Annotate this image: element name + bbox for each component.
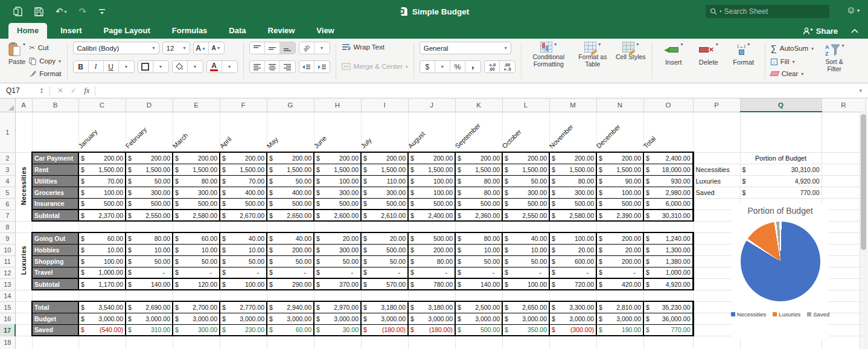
cell-I2[interactable]: $200.00 bbox=[361, 152, 408, 164]
cell-N17[interactable]: $190.00 bbox=[596, 324, 643, 336]
column-header-Q[interactable]: Q bbox=[740, 98, 822, 112]
cell-O5[interactable]: $2,980.00 bbox=[643, 187, 693, 198]
underline-caret[interactable]: ▾ bbox=[119, 61, 134, 72]
cell-O7[interactable]: $30,310.00 bbox=[643, 210, 693, 221]
row-header-18[interactable]: 18 bbox=[0, 336, 15, 349]
cell-F9[interactable]: $40.00 bbox=[220, 232, 267, 244]
cell-L6[interactable]: $500.00 bbox=[502, 198, 549, 210]
save-icon[interactable] bbox=[34, 7, 43, 16]
cell-K13[interactable]: $140.00 bbox=[455, 278, 502, 290]
cell-L7[interactable]: $2,550.00 bbox=[502, 210, 549, 221]
cell-D13[interactable]: $140.00 bbox=[126, 278, 173, 290]
cell-D5[interactable]: $300.00 bbox=[126, 187, 173, 198]
cell-H17[interactable]: $30.00 bbox=[314, 324, 361, 336]
cell-H10[interactable]: $300.00 bbox=[314, 244, 361, 255]
cell-F4[interactable]: $70.00 bbox=[220, 175, 267, 187]
cell-N2[interactable]: $200.00 bbox=[596, 152, 643, 164]
summary-label-necessities[interactable]: Necessities bbox=[693, 164, 740, 175]
row-header-16[interactable]: 16 bbox=[0, 313, 15, 324]
cell-H14[interactable] bbox=[314, 290, 361, 301]
cell-G15[interactable]: $2,940.00 bbox=[267, 301, 314, 313]
cell-G17[interactable]: $60.00 bbox=[267, 324, 314, 336]
paste-caret[interactable]: ▾ bbox=[23, 42, 25, 47]
cell-J1[interactable]: August bbox=[408, 112, 455, 152]
cell-N6[interactable]: $500.00 bbox=[596, 198, 643, 210]
row-header-2[interactable]: 2 bbox=[0, 152, 15, 164]
cell-O2[interactable]: $2,400.00 bbox=[643, 152, 693, 164]
cell-E15[interactable]: $2,700.00 bbox=[173, 301, 220, 313]
cell-G14[interactable] bbox=[267, 290, 314, 301]
cell-H13[interactable]: $370.00 bbox=[314, 278, 361, 290]
cell-K16[interactable]: $3,000.00 bbox=[455, 313, 502, 324]
cell-E18[interactable] bbox=[173, 336, 220, 349]
column-header-A[interactable]: A bbox=[15, 98, 32, 112]
cell-K18[interactable] bbox=[455, 336, 502, 349]
cell-K7[interactable]: $2,360.00 bbox=[455, 210, 502, 221]
borders-caret[interactable]: ▾ bbox=[153, 61, 168, 72]
cell-H5[interactable]: $300.00 bbox=[314, 187, 361, 198]
row-header-6[interactable]: 6 bbox=[0, 198, 15, 210]
cell-G3[interactable]: $1,500.00 bbox=[267, 164, 314, 175]
cell-H3[interactable]: $1,500.00 bbox=[314, 164, 361, 175]
cell-B18[interactable] bbox=[32, 336, 78, 349]
cell-O12[interactable]: $1,000.00 bbox=[643, 267, 693, 278]
row-header-17[interactable]: 17 bbox=[0, 324, 15, 336]
cell-O11[interactable]: $1,380.00 bbox=[643, 255, 693, 267]
cell-L8[interactable] bbox=[502, 221, 549, 232]
cell-M10[interactable]: $20.00 bbox=[549, 244, 596, 255]
cell-styles-button[interactable]: ▾ Cell Styles bbox=[615, 42, 646, 61]
cell-D11[interactable]: $50.00 bbox=[126, 255, 173, 267]
cell-F15[interactable]: $2,770.00 bbox=[220, 301, 267, 313]
grow-font-button[interactable]: A▲ bbox=[194, 42, 209, 54]
cell-I7[interactable]: $2,610.00 bbox=[361, 210, 408, 221]
comma-format-button[interactable]: , bbox=[465, 61, 480, 72]
column-header-C[interactable]: C bbox=[78, 98, 126, 112]
cell-L17[interactable]: $350.00 bbox=[502, 324, 549, 336]
cell-O10[interactable]: $1,300.00 bbox=[643, 244, 693, 255]
cell-M6[interactable]: $500.00 bbox=[549, 198, 596, 210]
font-family-select[interactable]: Calibri (Body)▾ bbox=[73, 42, 159, 54]
cell-C11[interactable]: $100.00 bbox=[78, 255, 126, 267]
cell-E14[interactable] bbox=[173, 290, 220, 301]
cell-L1[interactable]: October bbox=[502, 112, 549, 152]
cell-I14[interactable] bbox=[361, 290, 408, 301]
cell-J9[interactable]: $500.00 bbox=[408, 232, 455, 244]
decrease-decimal-button[interactable]: .00►.0 bbox=[500, 61, 515, 72]
cell-J5[interactable]: $100.00 bbox=[408, 187, 455, 198]
cell-N15[interactable]: $2,810.00 bbox=[596, 301, 643, 313]
cell-I11[interactable]: $50.00 bbox=[361, 255, 408, 267]
cell-J10[interactable]: $200.00 bbox=[408, 244, 455, 255]
cell-O9[interactable]: $1,240.00 bbox=[643, 232, 693, 244]
cell-D18[interactable] bbox=[126, 336, 173, 349]
summary-label-saved[interactable]: Saved bbox=[693, 187, 740, 198]
cell-F17[interactable]: $230.00 bbox=[220, 324, 267, 336]
cell-I3[interactable]: $1,500.00 bbox=[361, 164, 408, 175]
cell-K12[interactable]: $- bbox=[455, 267, 502, 278]
row-header-15[interactable]: 15 bbox=[0, 301, 15, 313]
cell-J11[interactable]: $80.00 bbox=[408, 255, 455, 267]
cell-G16[interactable]: $3,000.00 bbox=[267, 313, 314, 324]
cell-K10[interactable]: $10.00 bbox=[455, 244, 502, 255]
name-box[interactable]: Q17 bbox=[0, 86, 37, 95]
cell-C10[interactable]: $10.00 bbox=[78, 244, 126, 255]
cell-M15[interactable]: $3,300.00 bbox=[549, 301, 596, 313]
row-header-10[interactable]: 10 bbox=[0, 244, 15, 255]
cell-H9[interactable]: $20.00 bbox=[314, 232, 361, 244]
orientation-caret[interactable]: ▾ bbox=[314, 42, 330, 54]
undo-button[interactable]: ↶▾ bbox=[56, 6, 67, 17]
cell-K8[interactable] bbox=[455, 221, 502, 232]
paste-button[interactable]: ▾ Paste bbox=[8, 42, 25, 65]
cell-O18[interactable] bbox=[643, 336, 693, 349]
cell-I13[interactable]: $570.00 bbox=[361, 278, 408, 290]
cell-H15[interactable]: $2,970.00 bbox=[314, 301, 361, 313]
cell-C13[interactable]: $1,170.00 bbox=[78, 278, 126, 290]
cell-G18[interactable] bbox=[267, 336, 314, 349]
cell-G5[interactable]: $400.00 bbox=[267, 187, 314, 198]
cell-O14[interactable] bbox=[643, 290, 693, 301]
cell-I9[interactable]: $20.00 bbox=[361, 232, 408, 244]
cell-L11[interactable]: $50.00 bbox=[502, 255, 549, 267]
cell-M8[interactable] bbox=[549, 221, 596, 232]
cell-N4[interactable]: $90.00 bbox=[596, 175, 643, 187]
column-header-E[interactable]: E bbox=[173, 98, 220, 112]
cell-K15[interactable]: $2,500.00 bbox=[455, 301, 502, 313]
